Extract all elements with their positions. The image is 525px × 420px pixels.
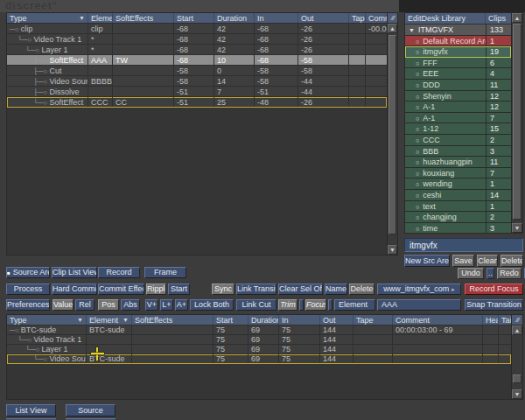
library-row[interactable]: ○itmgvfx19 [405, 46, 511, 58]
column-header-type[interactable]: Type▼ [7, 315, 87, 325]
element-value-field[interactable]: AAA [377, 299, 461, 311]
table-row[interactable]: ─○ clipclip-6842-68-26-00.00:0 [7, 24, 387, 34]
save-button[interactable]: Save [452, 255, 474, 267]
tab-source[interactable]: Source [66, 404, 116, 416]
delete-button[interactable]: Delete [349, 284, 374, 295]
library-row[interactable]: ○time3 [405, 223, 511, 234]
library-row[interactable]: ○A-17 [405, 113, 511, 124]
scroll-up-icon[interactable]: ▲ [388, 24, 397, 33]
library-row[interactable]: ○Shenyin12 [405, 91, 511, 102]
site-dropdown[interactable]: www_itmgvfx_com▸ [377, 284, 461, 295]
column-header-tape[interactable]: Tape [349, 13, 366, 23]
library-row[interactable]: ▼ITMGVFX133 [405, 24, 511, 36]
column-header-softeffects[interactable]: SoftEffects [113, 13, 174, 23]
v-plus-button[interactable]: V+ [145, 299, 158, 311]
record-button[interactable]: Record [98, 267, 140, 278]
column-header-out[interactable]: Out [298, 13, 349, 23]
record-focus-button[interactable]: Record Focus [465, 284, 523, 295]
table-row[interactable]: ├─○ Cut-580-58-58 [7, 66, 387, 76]
filter-icon[interactable]: ▼ [77, 315, 83, 325]
redo-button[interactable]: Redo [497, 268, 522, 279]
sync-toggle[interactable]: Sync [212, 284, 234, 295]
focus-split-button[interactable] [328, 299, 332, 311]
library-row[interactable]: ○kouxiang7 [405, 168, 511, 179]
column-header-duration[interactable]: Duration [214, 13, 255, 23]
library-row[interactable]: ○BBB3 [405, 146, 511, 158]
column-header-softeffects[interactable]: SoftEffects [132, 315, 214, 325]
element-label-button[interactable]: Element [334, 299, 375, 311]
tab-list-view[interactable]: List View [6, 404, 56, 416]
library-row[interactable]: ○A-112 [405, 102, 511, 113]
table-row[interactable]: └─○ SoftEffectCCCCC-5125-48-26 [7, 97, 387, 108]
lock-both-button[interactable]: Lock Both [190, 299, 234, 311]
column-header-type[interactable]: Type▼ [7, 13, 88, 23]
focus-toggle[interactable]: Focus [305, 299, 326, 311]
scrollbar-thumb[interactable] [513, 374, 522, 383]
library-name-field[interactable]: itmgvfx [404, 238, 523, 252]
column-header-element[interactable]: Element▼ [87, 315, 132, 325]
column-header-duration[interactable]: Duration [248, 315, 279, 325]
expanded-triangle-icon[interactable]: ▼ [409, 27, 415, 33]
library-row[interactable]: ○Default Record Area1 [405, 36, 511, 47]
library-scrollbar[interactable]: ▲ ▼ [511, 13, 522, 233]
scroll-down-icon[interactable]: ▼ [388, 245, 397, 255]
bottom-table-scrollbar[interactable]: /// ▲ ▼ [511, 315, 522, 399]
table-row[interactable]: ├─○ Dissolve-517-51-44 [7, 87, 387, 97]
link-cut-button[interactable]: Link Cut [236, 299, 276, 311]
process-button[interactable]: Process [6, 284, 50, 295]
library-row[interactable]: ○DDD11 [405, 80, 511, 91]
top-table-scrollbar[interactable]: /// ▲ ▼ [387, 13, 397, 255]
preferences-button[interactable]: Preferences▸ [6, 299, 50, 311]
library-row[interactable]: ○wending1 [405, 178, 511, 190]
ripple-toggle[interactable]: Ripple [146, 284, 166, 295]
scroll-up-icon[interactable]: ▲ [512, 13, 522, 23]
scroll-down-icon[interactable]: ▼ [512, 223, 522, 233]
scrollbar-thumb[interactable] [513, 24, 522, 220]
commit-effect-button[interactable]: Commit Effect [98, 284, 144, 295]
filter-icon[interactable]: ▼ [79, 13, 85, 23]
source-area-button[interactable]: ■Source Area [6, 267, 50, 278]
table-row[interactable]: └─○ Video Track 1756975144 [7, 335, 511, 345]
delete-library-button[interactable]: Delete [500, 255, 523, 267]
clip-list-view-button[interactable]: Clip List View [52, 267, 97, 278]
clear-sel-offset-button[interactable]: Clear Sel Offset [278, 284, 323, 295]
frame-button[interactable]: Frame [144, 267, 186, 278]
column-header-out[interactable]: Out [320, 315, 354, 325]
column-header-in[interactable]: In [279, 315, 320, 325]
library-row[interactable]: ○huazhuangpin11 [405, 157, 511, 168]
table-row[interactable]: ├─○ Video SourceBBBB-5814-58-44 [7, 76, 387, 87]
table-row[interactable]: ─○ BTC-sudeBTC-sude75697514400:00:03:00 … [7, 326, 511, 335]
abs-toggle[interactable]: Abs [121, 299, 140, 311]
table-row[interactable]: └─○ Layer 1*-6842-68-26 [7, 45, 387, 55]
column-header-start[interactable]: Start [174, 13, 214, 23]
scroll-down-icon[interactable]: ▼ [512, 389, 522, 399]
pos-toggle[interactable]: Pos [98, 299, 119, 311]
scrollbar-thumb[interactable] [388, 35, 396, 234]
library-row[interactable]: ○EEE4 [405, 68, 511, 80]
value-toggle[interactable]: Value [52, 299, 74, 311]
trim-toggle[interactable]: Trim [278, 299, 298, 311]
rel-toggle[interactable]: Rel [75, 299, 94, 311]
filter-icon[interactable]: ▼ [122, 315, 129, 325]
column-header-head[interactable]: Head [483, 315, 499, 325]
column-header-comment[interactable]: Comment [366, 13, 388, 23]
library-row[interactable]: ○FFF6 [405, 58, 511, 69]
table-row[interactable]: ├─○ SoftEffectAAATW-6810-68-58 [7, 55, 387, 66]
table-row[interactable]: └─○ Video Track 1*-6842-68-26 [7, 34, 387, 45]
l-plus-button[interactable]: L+ [160, 299, 173, 311]
link-transition-button[interactable]: Link Transition [236, 284, 276, 295]
trim-split-button[interactable] [299, 299, 304, 311]
column-header-in[interactable]: In [255, 13, 298, 23]
library-row[interactable]: ○ceshi14 [405, 190, 511, 201]
library-row[interactable]: ○text1 [405, 201, 511, 213]
clear-button[interactable]: Clear [477, 255, 498, 267]
undo-button[interactable]: Undo [458, 268, 484, 279]
name-button[interactable]: Name [325, 284, 347, 295]
column-header-start[interactable]: Start [214, 315, 248, 325]
library-row[interactable]: ○1-1215 [405, 123, 511, 135]
snap-transition-button[interactable]: Snap Transition [465, 299, 523, 311]
undo-options-button[interactable]: .. [486, 268, 494, 279]
column-header-comment[interactable]: Comment [393, 315, 483, 325]
scrollbar-grip-icon[interactable]: /// [388, 13, 397, 24]
hard-commit-button[interactable]: Hard Commit [52, 284, 97, 295]
